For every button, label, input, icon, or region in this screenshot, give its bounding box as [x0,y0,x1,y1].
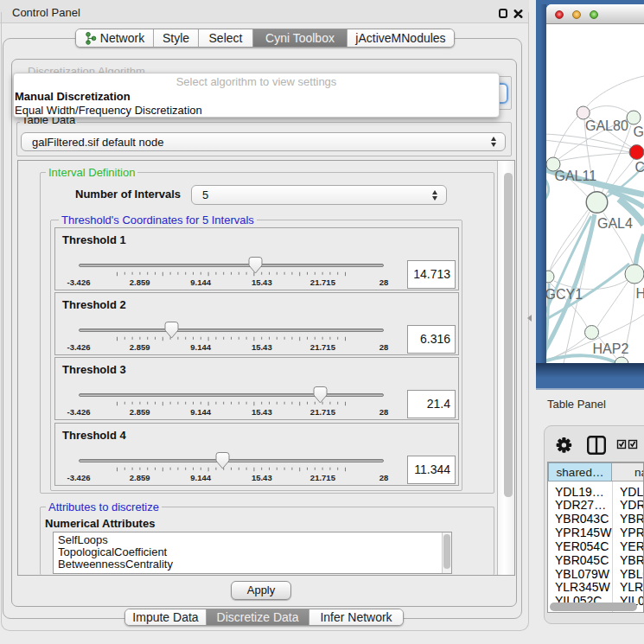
svg-text:HAP2: HAP2 [593,341,629,356]
svg-text:H: H [636,286,644,301]
svg-text:GAL4: GAL4 [597,216,633,231]
svg-text:GA: GA [634,124,644,139]
svg-text:GAL11: GAL11 [555,169,597,183]
svg-text:GAL80: GAL80 [585,118,628,133]
svg-text:C: C [635,160,644,175]
svg-text:GCY1: GCY1 [546,287,583,302]
